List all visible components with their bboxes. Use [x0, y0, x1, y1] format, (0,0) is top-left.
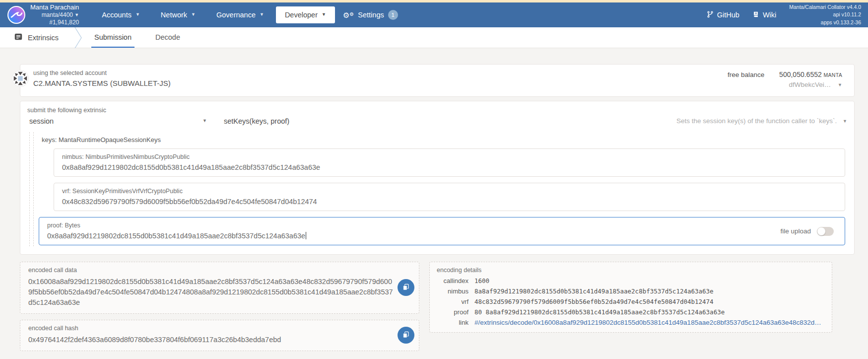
- account-identicon[interactable]: [12, 70, 29, 87]
- chevron-down-icon: ▼: [838, 82, 842, 89]
- nimbus-input[interactable]: nimbus: NimbusPrimitivesNimbusCryptoPubl…: [54, 148, 845, 177]
- chevron-down-icon: ▼: [135, 12, 140, 17]
- call-hash-value: 0x49764142f2def4363a6089d8f0780be337804f…: [28, 335, 393, 345]
- proof-field-text: proof: Bytes 0x8a8af929d1219802dc8155d0b…: [47, 222, 306, 240]
- detail-value-nimbus: 8a8af929d1219802dc8155d0b5381c41d49a185a…: [474, 287, 825, 295]
- extrinsics-icon: [14, 32, 23, 43]
- free-balance-label: free balance: [728, 71, 764, 78]
- main-content: using the selected account C2.MANTA.SYST…: [0, 48, 868, 359]
- copy-call-data-button[interactable]: [398, 279, 414, 296]
- section-extrinsics: Extrinsics: [10, 27, 63, 48]
- call-data-value: 0x16008a8af929d1219802dc8155d0b5381c41d4…: [28, 277, 393, 308]
- account-name: C2.MANTA.SYSTEMS (SUBWALLET-JS): [33, 79, 171, 87]
- tab-submission-label: Submission: [94, 33, 132, 41]
- detail-key: link: [437, 319, 468, 326]
- nav-network[interactable]: Network▼: [152, 6, 204, 23]
- extrinsic-card: submit the following extrinsic session ▼…: [20, 101, 855, 255]
- file-upload-control: file upload: [780, 222, 837, 236]
- encoding-details-box: encoding details callindex 1600 nimbus 8…: [429, 262, 832, 333]
- method-doc-text: Sets the session key(s) of the function …: [676, 117, 837, 125]
- nimbus-value[interactable]: 0x8a8af929d1219802dc8155d0b5381c41d49a18…: [62, 163, 837, 171]
- apps-version: apps v0.133.2-36: [789, 19, 861, 26]
- address-dropdown[interactable]: dfWbekcVei… ▼: [728, 80, 842, 90]
- vrf-value[interactable]: 0x48c832d59679790f579d6009f5bb56ef0b52da…: [62, 198, 837, 206]
- encoding-details-label: encoding details: [437, 267, 825, 274]
- extrinsic-select-row: session ▼ setKeys(keys, proof) Sets the …: [27, 117, 847, 125]
- github-link[interactable]: GitHub: [707, 11, 739, 19]
- wiki-link[interactable]: Wiki: [752, 11, 776, 19]
- chevron-down-icon: ▼: [260, 12, 264, 17]
- proof-input[interactable]: proof: Bytes 0x8a8af929d1219802dc8155d0b…: [39, 217, 845, 245]
- address-short: dfWbekcVei…: [789, 81, 831, 88]
- chain-name: Manta Parachain: [30, 3, 79, 11]
- call-data-label: encoded call data: [28, 267, 393, 274]
- copy-call-hash-button[interactable]: [398, 327, 414, 344]
- account-select-card[interactable]: using the selected account C2.MANTA.SYST…: [20, 64, 855, 97]
- proof-value[interactable]: 0x8a8af929d1219802dc8155d0b5381c41d49a18…: [47, 232, 306, 240]
- nav-settings-label: Settings: [358, 11, 384, 19]
- chevron-down-icon: ▼: [322, 12, 326, 17]
- chevron-down-icon: ▼: [202, 118, 207, 123]
- nav-accounts[interactable]: Accounts▼: [93, 6, 149, 23]
- nav-settings[interactable]: ⚙⚙ Settings 1: [338, 5, 403, 24]
- chain-selector[interactable]: Manta Parachain manta/4400 ▼ #1,941,820: [7, 3, 79, 26]
- vrf-input[interactable]: vrf: SessionKeyPrimitivesVrfVrfCryptoPub…: [54, 183, 845, 211]
- file-upload-label: file upload: [780, 227, 811, 235]
- nimbus-label: nimbus: NimbusPrimitivesNimbusCryptoPubl…: [62, 153, 837, 160]
- nav-developer-label: Developer: [285, 11, 318, 19]
- detail-key: nimbus: [437, 287, 468, 295]
- tab-submission[interactable]: Submission: [91, 27, 134, 48]
- copy-icon: [402, 331, 410, 340]
- keys-param-label: keys: MantaRuntimeOpaqueSessionKeys: [42, 136, 847, 144]
- nav-accounts-label: Accounts: [102, 11, 132, 19]
- params-container: keys: MantaRuntimeOpaqueSessionKeys nimb…: [29, 132, 847, 246]
- pallet-select[interactable]: session ▼: [27, 117, 207, 125]
- call-hash-label: encoded call hash: [28, 325, 393, 332]
- pallet-value: session: [29, 117, 54, 125]
- version-info: Manta/Calamari Collator v4.4.0 api v10.1…: [789, 3, 861, 26]
- free-balance-value: 500,050.6552: [779, 71, 822, 78]
- text-cursor: [306, 232, 306, 239]
- detail-key: vrf: [437, 298, 468, 305]
- app-header: Manta Parachain manta/4400 ▼ #1,941,820 …: [0, 2, 868, 27]
- book-icon: [752, 11, 759, 19]
- file-upload-toggle[interactable]: [817, 227, 834, 236]
- method-select[interactable]: setKeys(keys, proof): [224, 117, 289, 125]
- node-version: Manta/Calamari Collator v4.4.0: [789, 3, 861, 11]
- method-doc-dropdown[interactable]: Sets the session key(s) of the function …: [676, 117, 847, 125]
- chain-spec-dropdown[interactable]: manta/4400 ▼: [30, 11, 79, 19]
- nav-governance-label: Governance: [216, 11, 256, 19]
- output-section: encoded call data 0x16008a8af929d1219802…: [20, 262, 855, 351]
- account-info: using the selected account C2.MANTA.SYST…: [33, 70, 171, 90]
- chevron-down-icon: ▼: [74, 12, 79, 18]
- detail-value-proof: 80 8a8af929d1219802dc8155d0b5381c41d49a1…: [474, 308, 825, 316]
- nav-network-label: Network: [161, 11, 187, 19]
- keys-param-group: keys: MantaRuntimeOpaqueSessionKeys nimb…: [33, 132, 847, 246]
- gear-icon: ⚙⚙: [343, 11, 354, 19]
- detail-key: proof: [437, 308, 468, 316]
- tab-decode[interactable]: Decode: [152, 27, 183, 48]
- api-version: api v10.11.2: [789, 11, 861, 18]
- extrinsic-label: submit the following extrinsic: [27, 107, 847, 114]
- settings-badge: 1: [388, 10, 398, 20]
- encoded-call-hash-box: encoded call hash 0x49764142f2def4363a60…: [20, 320, 419, 351]
- toggle-knob: [817, 227, 825, 235]
- decode-link[interactable]: #/extrinsics/decode/0x16008a8af929d12198…: [474, 319, 825, 326]
- encoded-outputs: encoded call data 0x16008a8af929d1219802…: [20, 262, 419, 351]
- encoding-details-grid: callindex 1600 nimbus 8a8af929d1219802dc…: [437, 277, 825, 326]
- nav-governance[interactable]: Governance▼: [207, 6, 273, 23]
- manta-logo-icon: [7, 5, 26, 24]
- breadcrumb-chevron: [74, 27, 82, 48]
- vrf-label: vrf: SessionKeyPrimitivesVrfVrfCryptoPub…: [62, 188, 837, 195]
- tab-bar: Extrinsics Submission Decode: [0, 27, 868, 48]
- header-right: GitHub Wiki Manta/Calamari Collator v4.4…: [707, 3, 861, 26]
- github-label: GitHub: [717, 11, 739, 19]
- wiki-label: Wiki: [763, 11, 776, 19]
- block-number[interactable]: #1,941,820: [30, 19, 79, 26]
- account-label: using the selected account: [33, 70, 171, 76]
- detail-value-callindex: 1600: [474, 277, 825, 285]
- nav-developer[interactable]: Developer▼: [276, 6, 335, 23]
- detail-key: callindex: [437, 277, 468, 285]
- balance-info: free balance 500,050.6552 MANTA dfWbekcV…: [728, 70, 844, 90]
- proof-label: proof: Bytes: [47, 222, 306, 229]
